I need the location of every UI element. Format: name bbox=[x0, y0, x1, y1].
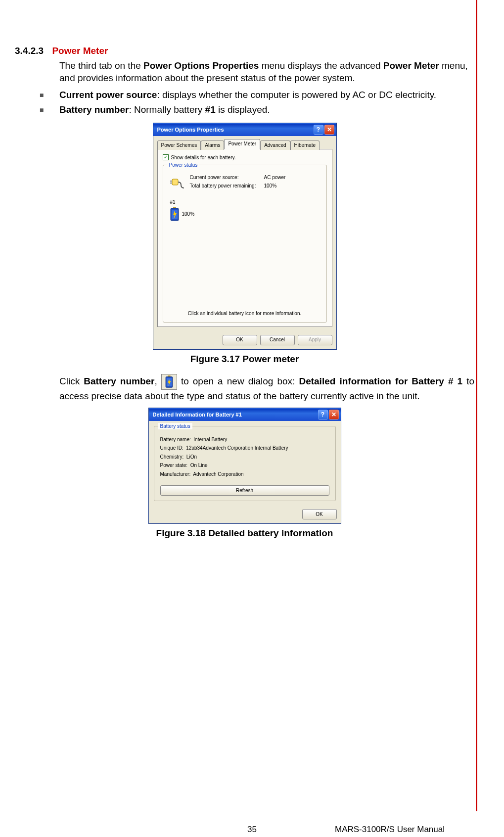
battery-icon bbox=[161, 374, 177, 390]
plug-icon bbox=[169, 174, 185, 190]
help-button[interactable]: ? bbox=[314, 125, 323, 135]
help-button[interactable]: ? bbox=[318, 410, 328, 419]
page-number: 35 bbox=[247, 824, 257, 836]
ok-button[interactable]: OK bbox=[223, 335, 257, 345]
bullet-item: ■ Battery number: Normally battery #1 is… bbox=[40, 103, 474, 116]
power-options-dialog: Power Options Properties ? ✕ Power Schem… bbox=[153, 123, 337, 350]
tab-alarms[interactable]: Alarms bbox=[201, 140, 224, 150]
tab-advanced[interactable]: Advanced bbox=[260, 140, 290, 150]
dialog-title: Power Options Properties bbox=[157, 126, 224, 134]
svg-rect-2 bbox=[170, 183, 172, 184]
ok-button[interactable]: OK bbox=[302, 509, 337, 519]
current-source-label: Current power source: bbox=[190, 174, 264, 182]
svg-rect-1 bbox=[170, 181, 172, 182]
titlebar: Power Options Properties ? ✕ bbox=[153, 123, 336, 136]
tab-hibernate[interactable]: Hibernate bbox=[290, 140, 320, 150]
bullet-item: ■ Current power source: displays whether… bbox=[40, 89, 474, 101]
mid-paragraph: Click Battery number, to open a new dial… bbox=[59, 374, 474, 403]
battery-hint: Click an individual battery icon for mor… bbox=[169, 300, 321, 317]
battery-icon[interactable] bbox=[169, 207, 180, 222]
titlebar: Detailed Information for Battery #1 ? ✕ bbox=[149, 408, 341, 421]
apply-button[interactable]: Apply bbox=[298, 335, 332, 345]
battery-number-label: #1 bbox=[170, 199, 321, 206]
power-status-group: Power status Current power source: AC po… bbox=[163, 165, 327, 323]
section-heading: 3.4.2.3 Power Meter bbox=[15, 45, 474, 57]
section-title: Power Meter bbox=[52, 46, 108, 56]
show-details-checkbox[interactable]: ✓ Show details for each battery. bbox=[163, 154, 327, 161]
tab-strip: Power Schemes Alarms Power Meter Advance… bbox=[157, 139, 332, 149]
intro-paragraph: The third tab on the Power Options Prope… bbox=[59, 59, 474, 85]
tab-power-meter[interactable]: Power Meter bbox=[224, 139, 260, 149]
bullet-square-icon: ■ bbox=[40, 91, 59, 101]
section-number: 3.4.2.3 bbox=[15, 46, 44, 56]
tab-power-schemes[interactable]: Power Schemes bbox=[157, 140, 201, 150]
battery-remaining-value: 100% bbox=[264, 183, 286, 190]
figure-caption-2: Figure 3.18 Detailed battery information bbox=[15, 527, 474, 540]
close-button[interactable]: ✕ bbox=[324, 125, 334, 135]
check-icon: ✓ bbox=[163, 154, 169, 160]
figure-caption-1: Figure 3.17 Power meter bbox=[15, 353, 474, 366]
battery-percent: 100% bbox=[182, 211, 195, 218]
refresh-button[interactable]: Refresh bbox=[160, 485, 329, 496]
battery-status-group: Battery status Battery name: Internal Ba… bbox=[154, 426, 336, 502]
bullet-square-icon: ■ bbox=[40, 105, 59, 116]
svg-rect-0 bbox=[172, 179, 178, 185]
battery-detail-dialog: Detailed Information for Battery #1 ? ✕ … bbox=[148, 408, 341, 524]
dialog-title: Detailed Information for Battery #1 bbox=[153, 411, 242, 418]
cancel-button[interactable]: Cancel bbox=[260, 335, 295, 345]
current-source-value: AC power bbox=[264, 174, 286, 182]
close-button[interactable]: ✕ bbox=[329, 410, 339, 419]
battery-remaining-label: Total battery power remaining: bbox=[190, 183, 264, 190]
footer-title: MARS-3100R/S User Manual bbox=[335, 824, 445, 836]
